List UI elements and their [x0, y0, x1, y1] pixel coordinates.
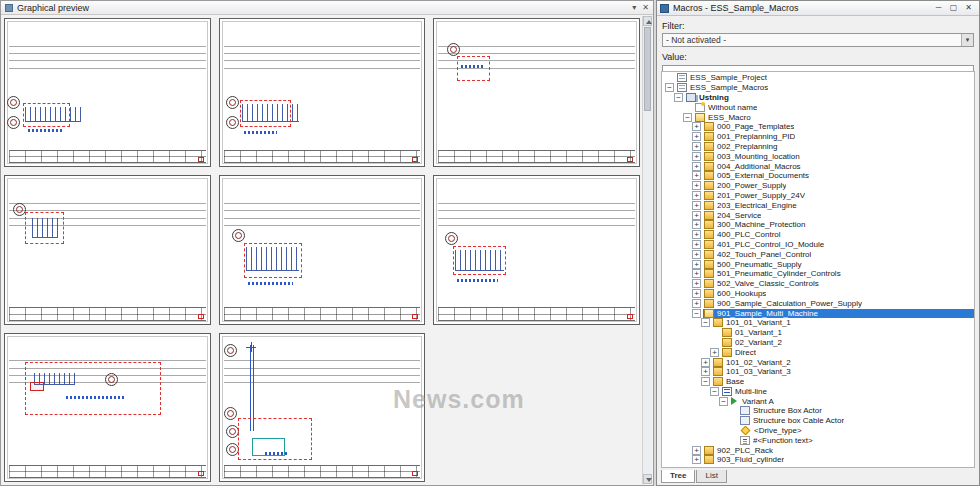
tree-item-label: 902_PLC_Rack [717, 446, 773, 455]
expand-icon[interactable]: + [692, 240, 701, 249]
filter-dropdown[interactable]: - Not activated - ▾ [662, 33, 974, 47]
tree-item[interactable]: +300_Machine_Protection [663, 220, 974, 230]
collapse-icon[interactable]: − [719, 397, 728, 406]
tree-item[interactable]: +401_PLC_Control_IO_Module [663, 240, 974, 250]
collapse-icon[interactable]: − [701, 318, 710, 327]
tree-item[interactable]: −ESS_Macro [663, 112, 974, 122]
expand-icon[interactable]: + [710, 348, 719, 357]
tree-item[interactable]: 02_Variant_2 [663, 338, 974, 348]
tree-item[interactable]: #<Function text> [663, 435, 974, 445]
expand-icon[interactable]: + [692, 152, 701, 161]
tree-item[interactable]: +101_03_Variant_3 [663, 367, 974, 377]
expand-icon[interactable]: + [692, 181, 701, 190]
tree-indent [663, 289, 692, 299]
preview-page-7[interactable] [4, 333, 211, 482]
dropdown-arrow-icon[interactable]: ▾ [961, 34, 973, 46]
expand-icon[interactable]: + [692, 289, 701, 298]
collapse-icon[interactable]: − [710, 387, 719, 396]
tree-item[interactable]: −Multi-line [663, 387, 974, 397]
tree-item[interactable]: −Base [663, 377, 974, 387]
tree-item[interactable]: +000_Page_Templates [663, 122, 974, 132]
tree-item[interactable]: +201_Power_Supply_24V [663, 191, 974, 201]
preview-page-5[interactable] [219, 175, 426, 324]
tree-item[interactable]: +Direct [663, 347, 974, 357]
tree-item[interactable]: +204_Service [663, 210, 974, 220]
expand-icon[interactable]: + [692, 230, 701, 239]
tree-item[interactable]: +502_Valve_Classic_Controls [663, 279, 974, 289]
expand-icon[interactable]: + [692, 299, 701, 308]
tree-item[interactable]: +005_External_Documents [663, 171, 974, 181]
preview-scrollbar[interactable] [642, 16, 652, 484]
expand-icon[interactable]: + [692, 455, 701, 464]
stamp-mark [7, 116, 20, 129]
tree-item[interactable]: Without name [663, 102, 974, 112]
tree-item[interactable]: +203_Electrical_Engine [663, 200, 974, 210]
expand-icon[interactable]: + [692, 162, 701, 171]
expand-icon[interactable]: + [701, 358, 710, 367]
selbox-mark [453, 246, 506, 275]
tree-item[interactable]: +902_PLC_Rack [663, 445, 974, 455]
tree-item[interactable]: Structure box Cable Actor [663, 416, 974, 426]
tree-item[interactable]: 01_Variant_1 [663, 328, 974, 338]
tree-item[interactable]: +501_Pneumatic_Cylinder_Controls [663, 269, 974, 279]
tree-item[interactable]: +003_Mounting_location [663, 151, 974, 161]
expand-icon[interactable]: + [692, 132, 701, 141]
preview-page-4[interactable] [4, 175, 211, 324]
tree-item[interactable]: −901_Sample_Multi_Machine [663, 308, 974, 318]
collapse-icon[interactable]: − [665, 83, 674, 92]
tree-item[interactable]: +600_Hookups [663, 289, 974, 299]
close-icon[interactable]: ✕ [961, 2, 976, 14]
tab-tree[interactable]: Tree [661, 470, 695, 483]
folder-icon [704, 132, 714, 141]
preview-page-2[interactable] [219, 18, 426, 167]
tree-item[interactable]: ESS_Sample_Project [663, 73, 974, 83]
expand-icon[interactable]: + [692, 260, 701, 269]
expand-icon[interactable]: + [692, 446, 701, 455]
tree-item[interactable]: +903_Fluid_cylinder [663, 455, 974, 465]
collapse-icon[interactable]: − [674, 93, 683, 102]
expand-icon[interactable]: + [692, 279, 701, 288]
expand-icon[interactable]: + [692, 122, 701, 131]
expand-icon[interactable]: + [692, 142, 701, 151]
panel-close-icon[interactable]: ✕ [642, 3, 649, 12]
tree-item[interactable]: −101_01_Variant_1 [663, 318, 974, 328]
tree-item[interactable]: +101_02_Variant_2 [663, 357, 974, 367]
tree-item[interactable]: +001_Preplanning_PID [663, 132, 974, 142]
collapse-icon[interactable]: − [683, 113, 692, 122]
expand-icon[interactable]: + [692, 220, 701, 229]
tree-item[interactable]: +002_Preplanning [663, 142, 974, 152]
preview-page-8[interactable] [219, 333, 426, 482]
panel-menu-icon[interactable]: ▾ [632, 3, 636, 12]
preview-page-6[interactable] [433, 175, 640, 324]
scrollbar-thumb[interactable] [644, 27, 651, 111]
preview-page-3[interactable] [433, 18, 640, 167]
tree-item[interactable]: −Variant A [663, 396, 974, 406]
tree-indent [663, 328, 710, 338]
collapse-icon[interactable]: − [701, 377, 710, 386]
expand-icon[interactable]: + [692, 191, 701, 200]
expand-icon[interactable]: + [692, 250, 701, 259]
tree-item[interactable]: −ESS_Sample_Macros [663, 83, 974, 93]
maximize-icon[interactable]: ▢ [946, 2, 961, 14]
collapse-icon[interactable]: − [692, 309, 701, 318]
scroll-down-icon[interactable] [643, 474, 652, 484]
bluetext-mark [457, 279, 498, 282]
tree-item[interactable]: +200_Power_Supply [663, 181, 974, 191]
tab-list[interactable]: List [696, 470, 726, 483]
tree-item[interactable]: +402_Touch_Panel_Control [663, 249, 974, 259]
tree-item[interactable]: Structure Box Actor [663, 406, 974, 416]
preview-page-1[interactable] [4, 18, 211, 167]
scroll-up-icon[interactable] [643, 16, 652, 26]
tree-item[interactable]: +500_Pneumatic_Supply [663, 259, 974, 269]
expand-icon[interactable]: + [692, 211, 701, 220]
tree-item[interactable]: −Ustning [663, 93, 974, 103]
tree-item[interactable]: <Drive_type> [663, 426, 974, 436]
expand-icon[interactable]: + [701, 367, 710, 376]
tree-item[interactable]: +900_Sample_Calculation_Power_Supply [663, 298, 974, 308]
expand-icon[interactable]: + [692, 201, 701, 210]
tree-item[interactable]: +004_Additional_Macros [663, 161, 974, 171]
minimize-icon[interactable]: ─ [931, 2, 946, 14]
expand-icon[interactable]: + [692, 171, 701, 180]
tree-item[interactable]: +400_PLC_Control [663, 230, 974, 240]
expand-icon[interactable]: + [692, 269, 701, 278]
